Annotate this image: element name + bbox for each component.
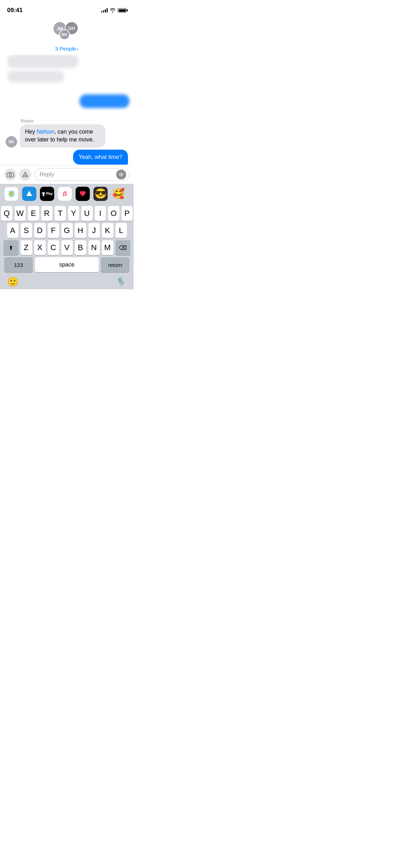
music-icon[interactable] [58, 187, 72, 201]
key-l[interactable]: L [115, 223, 127, 238]
svg-rect-4 [121, 172, 122, 177]
app-icons-row: Pay 😎 🥰 [0, 184, 134, 204]
key-s[interactable]: S [21, 223, 32, 238]
key-y[interactable]: Y [68, 206, 79, 221]
key-j[interactable]: J [88, 223, 100, 238]
battery-icon [118, 8, 127, 12]
message-sender-name: Robert [21, 119, 129, 124]
status-icons [101, 8, 127, 12]
photos-icon[interactable] [4, 187, 19, 201]
svg-rect-5 [122, 174, 123, 176]
key-h[interactable]: H [75, 223, 86, 238]
appstore-icon-app[interactable] [22, 187, 36, 201]
key-i[interactable]: I [95, 206, 106, 221]
key-u[interactable]: U [81, 206, 93, 221]
keyboard-row-4: 123 space return [0, 255, 134, 274]
key-q[interactable]: Q [1, 206, 12, 221]
messages-area: Robert RK Hey Nelson, can you come over … [0, 55, 134, 165]
mention-nelson: Nelson [37, 129, 55, 135]
emoji-button[interactable]: 🙂 [7, 277, 19, 288]
input-bar: Reply [0, 165, 134, 184]
keyboard-row-2: A S D F G H J K L [0, 221, 134, 238]
key-a[interactable]: A [7, 223, 19, 238]
signal-icon [101, 8, 108, 12]
key-w[interactable]: W [15, 206, 26, 221]
blurred-messages [4, 55, 129, 84]
group-header: JM GH RK 3 People › [0, 16, 134, 55]
svg-point-1 [9, 174, 12, 176]
avatar-rk: RK [59, 29, 70, 40]
num-key[interactable]: 123 [4, 257, 33, 272]
bubble-me-text: Yeah, what time? [79, 154, 122, 160]
space-key-label: space [59, 262, 74, 268]
memoji-sunglasses-icon[interactable]: 😎 [93, 187, 108, 201]
key-t[interactable]: T [55, 206, 66, 221]
key-n[interactable]: N [88, 240, 100, 255]
svg-rect-3 [119, 174, 120, 176]
emoji-hearts-icon[interactable]: 🥰 [111, 187, 125, 201]
wifi-icon [110, 8, 115, 12]
key-x[interactable]: X [34, 240, 46, 255]
message-row-robert: RK Hey Nelson, can you come over later t… [4, 124, 129, 148]
key-m[interactable]: M [102, 240, 113, 255]
key-z[interactable]: Z [21, 240, 32, 255]
mic-button[interactable]: 🎙️ [116, 277, 127, 288]
sender-label: Robert [4, 119, 129, 124]
space-key[interactable]: space [35, 257, 99, 272]
key-p[interactable]: P [122, 206, 133, 221]
reply-placeholder: Reply [40, 171, 116, 178]
camera-icon [7, 172, 14, 177]
shift-key[interactable]: ⬆ [4, 240, 19, 255]
key-k[interactable]: K [102, 223, 113, 238]
avatar-rk-small: RK [6, 136, 17, 148]
group-people-count: 3 People [55, 46, 76, 52]
home-indicator-area [0, 289, 134, 289]
svg-rect-2 [9, 172, 10, 173]
keyboard-function-row: 🙂 🎙️ [0, 274, 134, 289]
num-key-label: 123 [14, 262, 23, 268]
keyboard: Q W E R T Y U I O P A S D F G H J K L ⬆ … [0, 204, 134, 289]
key-f[interactable]: F [48, 223, 59, 238]
key-o[interactable]: O [108, 206, 119, 221]
bubble-me: Yeah, what time? [73, 150, 128, 165]
key-e[interactable]: E [28, 206, 39, 221]
return-key[interactable]: return [101, 257, 129, 272]
applepay-icon[interactable]: Pay [40, 187, 54, 201]
heartapp-icon[interactable] [76, 187, 90, 201]
appstore-button[interactable] [19, 169, 31, 181]
svg-point-7 [61, 190, 69, 198]
key-d[interactable]: D [34, 223, 46, 238]
status-bar: 09:41 [0, 0, 134, 16]
svg-point-8 [63, 195, 65, 196]
status-time: 09:41 [7, 7, 22, 14]
key-b[interactable]: B [75, 240, 86, 255]
chevron-right-icon: › [77, 46, 79, 52]
reply-input-wrap[interactable]: Reply [34, 168, 129, 181]
bubble-robert: Hey Nelson, can you come over later to h… [20, 124, 106, 148]
group-people-link[interactable]: 3 People › [55, 46, 78, 52]
camera-button[interactable] [4, 169, 16, 181]
key-v[interactable]: V [61, 240, 73, 255]
return-key-label: return [108, 262, 122, 268]
key-c[interactable]: C [48, 240, 59, 255]
keyboard-row-1: Q W E R T Y U I O P [0, 204, 134, 221]
audio-button[interactable] [116, 170, 126, 180]
keyboard-row-3: ⬆ Z X C V B N M ⌫ [0, 238, 134, 255]
delete-key[interactable]: ⌫ [115, 240, 130, 255]
blurred-sent-message [4, 94, 129, 108]
waveform-icon [119, 171, 124, 178]
key-r[interactable]: R [41, 206, 53, 221]
message-row-me: Yeah, what time? [4, 150, 129, 165]
appstore-icon [22, 171, 29, 178]
group-avatars: JM GH RK [53, 21, 81, 43]
key-g[interactable]: G [61, 223, 73, 238]
svg-point-9 [65, 194, 67, 196]
